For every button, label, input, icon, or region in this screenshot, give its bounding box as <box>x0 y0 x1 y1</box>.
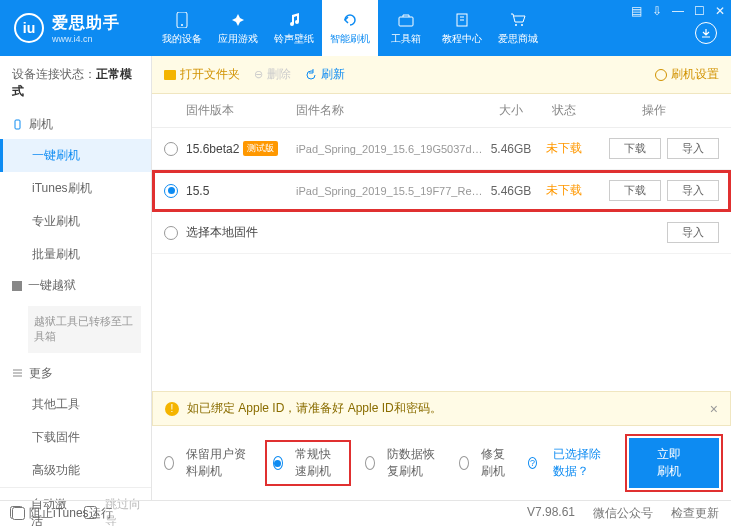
nav-device[interactable]: 我的设备 <box>154 0 210 56</box>
wechat-link[interactable]: 微信公众号 <box>593 505 653 522</box>
header-version: 固件版本 <box>186 102 296 119</box>
flash-mode-bar: 保留用户资料刷机 常规快速刷机 防数据恢复刷机 修复刷机 ? 已选择除数据？ 立… <box>152 426 731 500</box>
radio-button[interactable] <box>273 456 283 470</box>
sidebar: 设备连接状态：正常模式 刷机 一键刷机 iTunes刷机 专业刷机 批量刷机 一… <box>0 56 152 500</box>
info-icon[interactable]: ? <box>528 457 537 469</box>
section-more: 更多 <box>0 359 151 388</box>
section-icon <box>12 119 23 130</box>
nav-apps[interactable]: 应用游戏 <box>210 0 266 56</box>
refresh-button[interactable]: 刷新 <box>305 66 345 83</box>
block-itunes[interactable]: 阻止iTunes运行 <box>12 505 113 522</box>
firmware-row-selected[interactable]: 15.5 iPad_Spring_2019_15.5_19F77_Restore… <box>152 170 731 212</box>
flash-icon <box>341 11 359 29</box>
menu-icon <box>12 368 23 379</box>
header-size: 大小 <box>483 102 539 119</box>
main-nav: 我的设备 应用游戏 铃声壁纸 智能刷机 工具箱 教程中心 爱思商城 <box>154 0 546 56</box>
flash-settings-button[interactable]: 刷机设置 <box>655 66 719 83</box>
sidebar-item-batch[interactable]: 批量刷机 <box>0 238 151 271</box>
lock-icon[interactable]: ⇩ <box>652 4 662 18</box>
menu-icon[interactable]: ▤ <box>631 4 642 18</box>
mode-repair[interactable]: 修复刷机 <box>459 446 512 480</box>
nav-tutorials[interactable]: 教程中心 <box>434 0 490 56</box>
svg-rect-2 <box>399 17 413 26</box>
cart-icon <box>509 11 527 29</box>
sidebar-item-pro[interactable]: 专业刷机 <box>0 205 151 238</box>
close-icon[interactable]: ✕ <box>715 4 725 18</box>
mode-normal[interactable]: 常规快速刷机 <box>267 442 349 484</box>
app-site: www.i4.cn <box>52 34 120 44</box>
main-panel: 打开文件夹 ⊖ 删除 刷新 刷机设置 固件版本 固件名称 大小 状态 操作 15… <box>152 56 731 500</box>
logo-icon: iu <box>14 13 44 43</box>
section-jailbreak: 一键越狱 <box>0 271 151 300</box>
radio-button[interactable] <box>164 226 178 240</box>
svg-rect-8 <box>15 120 20 129</box>
book-icon <box>453 11 471 29</box>
header-ops: 操作 <box>589 102 719 119</box>
sidebar-item-other[interactable]: 其他工具 <box>0 388 151 421</box>
sidebar-item-download[interactable]: 下载固件 <box>0 421 151 454</box>
section-flash: 刷机 <box>0 110 151 139</box>
nav-ringtones[interactable]: 铃声壁纸 <box>266 0 322 56</box>
open-folder-button[interactable]: 打开文件夹 <box>164 66 240 83</box>
delete-button[interactable]: ⊖ 删除 <box>254 66 291 83</box>
music-icon <box>285 11 303 29</box>
phone-icon <box>173 11 191 29</box>
table-header: 固件版本 固件名称 大小 状态 操作 <box>152 94 731 128</box>
app-title: 爱思助手 <box>52 13 120 34</box>
sidebar-item-advanced[interactable]: 高级功能 <box>0 454 151 487</box>
sidebar-item-itunes[interactable]: iTunes刷机 <box>0 172 151 205</box>
svg-point-7 <box>521 24 523 26</box>
version-label: V7.98.61 <box>527 505 575 522</box>
warning-icon: ! <box>165 402 179 416</box>
mode-antirecover[interactable]: 防数据恢复刷机 <box>365 446 443 480</box>
import-button[interactable]: 导入 <box>667 138 719 159</box>
appleid-warning: ! 如已绑定 Apple ID，请准备好 Apple ID和密码。 × <box>152 391 731 426</box>
exclude-data-link[interactable]: 已选择除数据？ <box>553 446 613 480</box>
firmware-list: 15.6beta2测试版 iPad_Spring_2019_15.6_19G50… <box>152 128 731 391</box>
download-button[interactable]: 下载 <box>609 138 661 159</box>
folder-icon <box>164 70 176 80</box>
radio-button[interactable] <box>164 456 174 470</box>
nav-flash[interactable]: 智能刷机 <box>322 0 378 56</box>
import-button[interactable]: 导入 <box>667 222 719 243</box>
app-logo: iu 爱思助手 www.i4.cn <box>0 13 134 44</box>
import-button[interactable]: 导入 <box>667 180 719 201</box>
radio-button[interactable] <box>164 142 178 156</box>
check-update-link[interactable]: 检查更新 <box>671 505 719 522</box>
gear-icon <box>655 69 667 81</box>
flash-now-button[interactable]: 立即刷机 <box>629 438 719 488</box>
refresh-icon <box>305 69 317 81</box>
header-status: 状态 <box>539 102 589 119</box>
sidebar-item-oneclick[interactable]: 一键刷机 <box>0 139 151 172</box>
firmware-row[interactable]: 15.6beta2测试版 iPad_Spring_2019_15.6_19G50… <box>152 128 731 170</box>
jailbreak-notice: 越狱工具已转移至工具箱 <box>28 306 141 353</box>
close-icon[interactable]: × <box>710 401 718 417</box>
svg-point-1 <box>181 24 183 26</box>
window-controls: ▤ ⇩ — ☐ ✕ <box>631 4 725 18</box>
toolbox-icon <box>397 11 415 29</box>
connection-status: 设备连接状态：正常模式 <box>0 56 151 110</box>
header-name: 固件名称 <box>296 102 483 119</box>
svg-point-6 <box>515 24 517 26</box>
titlebar: iu 爱思助手 www.i4.cn 我的设备 应用游戏 铃声壁纸 智能刷机 工具… <box>0 0 731 56</box>
lock-icon <box>12 281 22 291</box>
block-itunes-checkbox[interactable] <box>12 507 25 520</box>
local-firmware-row[interactable]: 选择本地固件 导入 <box>152 212 731 254</box>
maximize-icon[interactable]: ☐ <box>694 4 705 18</box>
mode-keep-data[interactable]: 保留用户资料刷机 <box>164 446 251 480</box>
apps-icon <box>229 11 247 29</box>
nav-store[interactable]: 爱思商城 <box>490 0 546 56</box>
toolbar: 打开文件夹 ⊖ 删除 刷新 刷机设置 <box>152 56 731 94</box>
download-queue-icon[interactable] <box>695 22 717 44</box>
radio-button[interactable] <box>459 456 469 470</box>
download-button[interactable]: 下载 <box>609 180 661 201</box>
statusbar: 阻止iTunes运行 V7.98.61 微信公众号 检查更新 <box>0 500 731 526</box>
radio-button[interactable] <box>164 184 178 198</box>
nav-tools[interactable]: 工具箱 <box>378 0 434 56</box>
minimize-icon[interactable]: — <box>672 4 684 18</box>
radio-button[interactable] <box>365 456 375 470</box>
